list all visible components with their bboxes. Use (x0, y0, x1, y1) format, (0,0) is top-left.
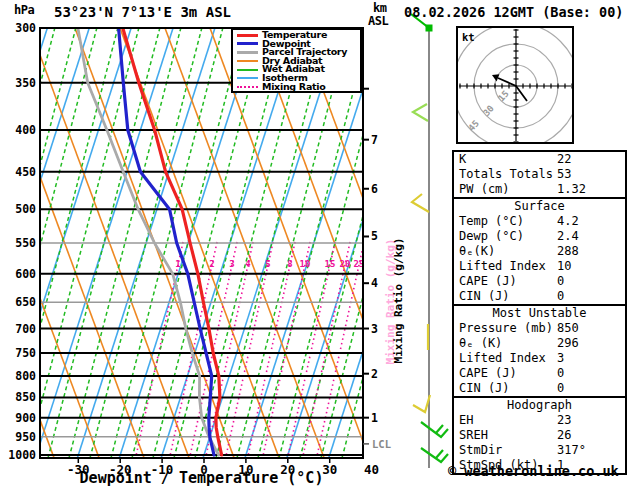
svg-text:kt: kt (462, 31, 475, 43)
table-section: K22Totals Totals53PW (cm)1.32 (454, 152, 625, 197)
svg-text:40: 40 (364, 462, 379, 477)
table-row-label: K (459, 152, 466, 167)
table-row: Pressure (mb)850 (454, 321, 625, 336)
svg-text:4: 4 (245, 259, 251, 269)
wind-barb (413, 395, 430, 412)
table-row: CAPE (J)0 (454, 366, 625, 381)
svg-text:850: 850 (15, 390, 36, 404)
svg-text:5: 5 (371, 229, 378, 243)
table-section: SurfaceTemp (°C)4.2Dewp (°C)2.4θₑ(K)288L… (454, 197, 625, 304)
table-section: HodographEH23SREH26StmDir317°StmSpd (kt)… (454, 396, 625, 473)
svg-text:650: 650 (15, 295, 36, 309)
wind-barb-column (411, 14, 448, 468)
km-axis: 1234567 (363, 89, 378, 425)
km-unit-label: km (373, 1, 386, 15)
wind-barb (436, 425, 443, 433)
table-row-label: Dewp (°C) (459, 229, 524, 244)
table-section-header: Surface (454, 199, 625, 214)
table-row: θₑ (K)296 (454, 336, 625, 351)
sounding-indices-table: K22Totals Totals53PW (cm)1.32SurfaceTemp… (452, 150, 627, 475)
svg-text:15: 15 (325, 259, 336, 269)
legend-label: Mixing Ratio (262, 83, 325, 92)
svg-text:20: 20 (340, 259, 351, 269)
table-row: θₑ(K)288 (454, 244, 625, 259)
table-row-value: 317° (557, 443, 586, 458)
table-row-value: 0 (557, 366, 564, 381)
table-section-header: Most Unstable (454, 306, 625, 321)
legend-item: Mixing Ratio (233, 83, 360, 92)
table-row-value: 1.32 (557, 182, 586, 197)
table-row-label: θₑ (K) (459, 336, 502, 351)
table-row: CAPE (J)0 (454, 274, 625, 289)
svg-text:900: 900 (15, 411, 36, 425)
table-row: Lifted Index10 (454, 259, 625, 274)
table-row-value: 850 (557, 321, 579, 336)
table-row-label: θₑ(K) (459, 244, 495, 259)
svg-text:300: 300 (15, 21, 36, 35)
svg-text:600: 600 (15, 267, 36, 281)
legend-swatch-dotted (237, 86, 258, 88)
svg-text:700: 700 (15, 322, 36, 336)
svg-text:2: 2 (209, 259, 214, 269)
svg-text:950: 950 (15, 430, 36, 444)
xaxis-title: Dewpoint / Temperature (°C) (40, 469, 363, 486)
mixing-ratio-axis-label: Mixing Ratio (g/kg) (392, 231, 405, 371)
legend-swatch-solid (237, 34, 258, 37)
table-row: Dewp (°C)2.4 (454, 229, 625, 244)
hodograph: 153045kt (453, 23, 579, 149)
page-title: 53°23'N 7°13'E 3m ASL (54, 4, 231, 20)
table-row: Temp (°C)4.2 (454, 214, 625, 229)
table-row: EH23 (454, 413, 625, 428)
table-row-label: Pressure (mb) (459, 321, 553, 336)
table-row: CIN (J)0 (454, 289, 625, 304)
svg-text:1: 1 (371, 411, 378, 425)
svg-text:750: 750 (15, 346, 36, 360)
svg-text:550: 550 (15, 236, 36, 250)
svg-text:5: 5 (265, 259, 270, 269)
table-row-value: 3 (557, 351, 564, 366)
wind-barb (421, 448, 448, 462)
table-row-value: 23 (557, 413, 571, 428)
lcl-marker: LCL (363, 438, 391, 450)
table-row-value: 4.2 (557, 214, 579, 229)
table-row-label: CAPE (J) (459, 366, 517, 381)
table-row: PW (cm)1.32 (454, 182, 625, 197)
table-row-label: Lifted Index (459, 259, 546, 274)
wind-barb (436, 450, 443, 458)
table-row-value: 26 (557, 428, 571, 443)
table-row-value: 2.4 (557, 229, 579, 244)
table-row-label: Totals Totals (459, 167, 553, 182)
svg-text:4: 4 (371, 276, 378, 290)
svg-text:500: 500 (15, 202, 36, 216)
table-row-label: PW (cm) (459, 182, 510, 197)
svg-text:400: 400 (15, 123, 36, 137)
table-row: Lifted Index3 (454, 351, 625, 366)
table-row-value: 10 (557, 259, 571, 274)
svg-text:8: 8 (287, 259, 292, 269)
svg-text:3: 3 (229, 259, 234, 269)
table-row-label: CIN (J) (459, 381, 510, 396)
table-row: SREH26 (454, 428, 625, 443)
table-row-label: SREH (459, 428, 488, 443)
table-row-label: Temp (°C) (459, 214, 524, 229)
table-section: Most UnstablePressure (mb)850θₑ (K)296Li… (454, 304, 625, 396)
legend-swatch-solid (237, 42, 258, 45)
svg-text:3: 3 (371, 322, 378, 336)
legend-swatch-solid (237, 69, 258, 71)
svg-text:6: 6 (371, 182, 378, 196)
table-row-label: Lifted Index (459, 351, 546, 366)
table-row: Totals Totals53 (454, 167, 625, 182)
table-row: CIN (J)0 (454, 381, 625, 396)
svg-text:350: 350 (15, 76, 36, 90)
table-row-value: 288 (557, 244, 579, 259)
table-row-value: 22 (557, 152, 571, 167)
svg-text:7: 7 (371, 133, 378, 147)
wind-barb (421, 422, 448, 437)
svg-text:2: 2 (371, 367, 378, 381)
table-row-value: 296 (557, 336, 579, 351)
table-row-value: 0 (557, 381, 564, 396)
footer-copyright: © weatheronline.co.uk (448, 463, 629, 479)
pressure-unit-label: hPa (14, 3, 34, 17)
table-section-header: Hodograph (454, 398, 625, 413)
asl-unit-label: ASL (368, 14, 388, 28)
